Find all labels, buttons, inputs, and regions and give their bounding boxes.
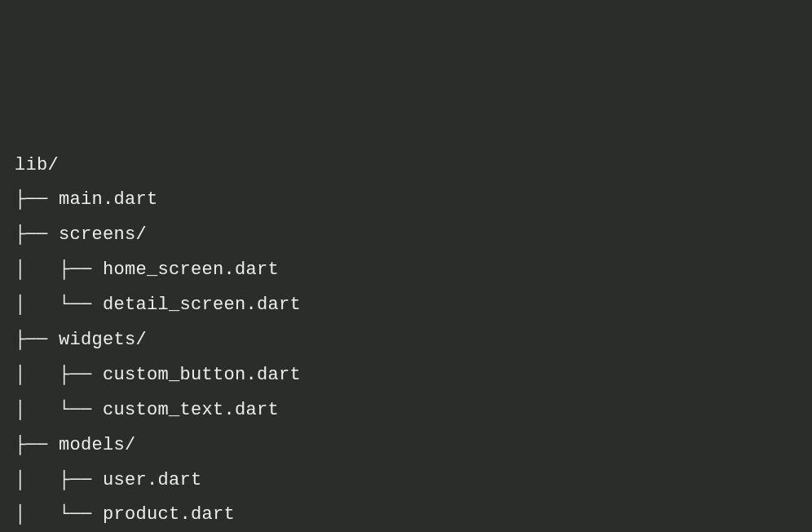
tree-root: lib/ [15,149,797,184]
tree-dir: ├── widgets/ [15,323,797,358]
tree-file: │ └── product.dart [15,498,797,532]
tree-file: │ ├── custom_button.dart [15,358,797,393]
tree-file: ├── main.dart [15,183,797,218]
tree-dir: ├── screens/ [15,218,797,253]
tree-file: │ ├── user.dart [15,463,797,499]
tree-file: │ └── custom_text.dart [15,393,797,428]
tree-file: │ └── detail_screen.dart [15,288,797,323]
tree-dir: ├── models/ [15,428,797,463]
tree-file: │ ├── home_screen.dart [15,253,797,288]
